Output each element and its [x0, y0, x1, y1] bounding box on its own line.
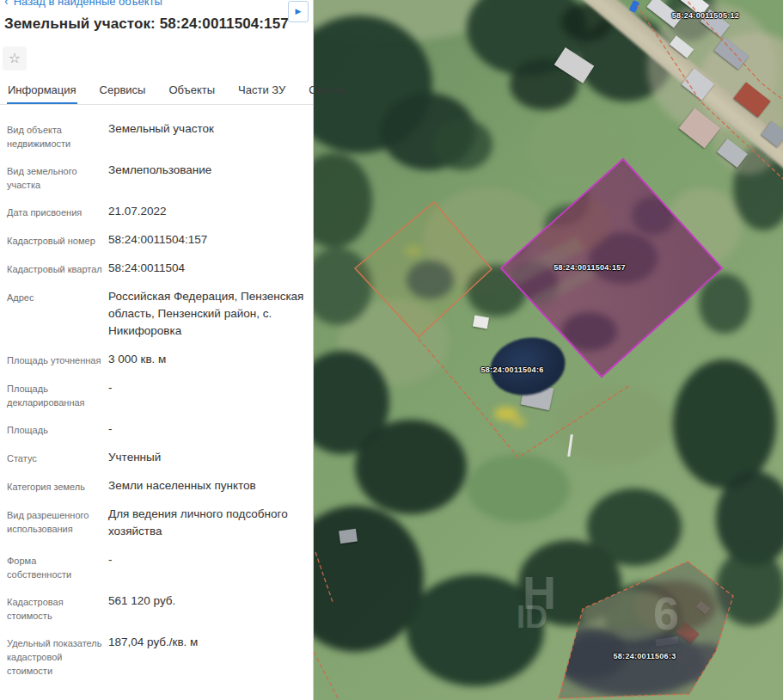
details-panel: ‹Назад в найденные объекты Земельный уча…	[0, 0, 314, 700]
field-label: Статус	[7, 449, 103, 466]
details-list: Вид объекта недвижимостиЗемельный участо…	[7, 120, 304, 689]
boundary-fragment-left-1	[315, 552, 333, 602]
field-value: Учтенный	[108, 449, 304, 466]
boundary-fragment-left-2	[314, 652, 338, 698]
field-value: 58:24:0011504:157	[108, 231, 304, 249]
cadastral-viewer: ‹Назад в найденные объекты Земельный уча…	[0, 0, 783, 700]
field-row: СтатусУчтенный	[7, 449, 304, 466]
chevron-right-icon: ▶	[296, 7, 302, 15]
field-row: Вид разрешенного использованияДля ведени…	[7, 506, 304, 540]
field-row: Площадь уточненная3 000 кв. м	[7, 351, 304, 368]
field-label: Вид земельного участка	[7, 162, 103, 192]
field-value: 187,04 руб./кв. м	[108, 634, 304, 678]
field-row: Удельный показатель кадастровой стоимост…	[7, 634, 304, 678]
page-title: Земельный участок: 58:24:0011504:157	[4, 15, 289, 33]
tab-information[interactable]: Информация	[7, 83, 77, 104]
back-link[interactable]: ‹Назад в найденные объекты	[4, 0, 162, 8]
field-value: 3 000 кв. м	[108, 351, 304, 368]
tab-item-3[interactable]: Части ЗУ	[237, 83, 286, 104]
parcel-number-label: 58:24:0011504:6	[480, 365, 543, 374]
map-canvas[interactable]: НID6 58:24:0011505:1258:24:0011504:15758…	[314, 0, 783, 700]
field-label: Кадастровая стоимость	[7, 593, 103, 623]
field-row: Вид объекта недвижимостиЗемельный участо…	[7, 120, 304, 150]
tab-item-2[interactable]: Объекты	[168, 83, 216, 104]
field-label: Форма собственности	[7, 551, 103, 581]
field-row: Кадастровый квартал58:24:0011504	[7, 260, 304, 277]
parcel-number-label: 58:24:0011505:12	[672, 11, 739, 20]
quartal-boundary	[355, 202, 492, 337]
field-row: Вид земельного участкаЗемлепользование	[7, 162, 304, 192]
field-row: Кадастровый номер58:24:0011504:157	[7, 231, 304, 249]
field-value: Земли населенных пунктов	[108, 477, 304, 494]
field-label: Площадь декларированная	[7, 379, 103, 409]
field-label: Площадь	[7, 421, 103, 438]
field-value: Землепользование	[108, 162, 304, 192]
field-value: Российская Федерация, Пензенская область…	[108, 288, 304, 340]
cadastral-boundaries	[314, 0, 783, 700]
field-value: 58:24:0011504	[108, 260, 304, 277]
tabs-scroll-right-button[interactable]: ▶	[288, 1, 309, 22]
tab-bar: ИнформацияСервисыОбъектыЧасти ЗУСостав	[0, 79, 313, 105]
parcel-number-label: 58:24:0011504:157	[554, 263, 626, 272]
field-value: Для ведения личного подсобного хозяйства	[108, 506, 304, 540]
tab-item-4[interactable]: Состав	[308, 83, 346, 104]
favorite-button[interactable]: ☆	[3, 46, 27, 71]
field-label: Вид объекта недвижимости	[7, 120, 103, 150]
back-link-label: Назад в найденные объекты	[14, 0, 162, 8]
field-row: Дата присвоения21.07.2022	[7, 203, 304, 220]
field-label: Кадастровый квартал	[7, 260, 103, 277]
field-label: Площадь уточненная	[7, 351, 103, 368]
village-boundary-line-1	[637, 5, 783, 179]
field-value: 561 120 руб.	[108, 593, 304, 623]
field-label: Адрес	[7, 288, 103, 340]
field-row: Кадастровая стоимость561 120 руб.	[7, 593, 304, 623]
back-arrow-icon: ‹	[4, 0, 9, 8]
field-label: Вид разрешенного использования	[7, 506, 103, 540]
field-row: АдресРоссийская Федерация, Пензенская об…	[7, 288, 304, 340]
field-value: -	[108, 379, 304, 409]
field-row: Площадь-	[7, 421, 304, 438]
field-label: Удельный показатель кадастровой стоимост…	[7, 634, 103, 678]
field-label: Кадастровый номер	[7, 231, 103, 249]
field-row: Форма собственности-	[7, 551, 304, 581]
field-row: Категория земельЗемли населенных пунктов	[7, 477, 304, 494]
tab-item-1[interactable]: Сервисы	[99, 83, 147, 104]
field-value: 21.07.2022	[108, 203, 304, 220]
field-value: Земельный участок	[108, 120, 304, 150]
parcel-number-label: 58:24:0011506:3	[613, 652, 676, 660]
field-label: Дата присвоения	[7, 203, 103, 220]
star-icon: ☆	[9, 51, 21, 65]
field-label: Категория земель	[7, 477, 103, 494]
parcel-0011506-3-boundary	[559, 562, 733, 698]
field-row: Площадь декларированная-	[7, 379, 304, 409]
field-value: -	[108, 551, 304, 581]
field-value: -	[108, 421, 304, 438]
